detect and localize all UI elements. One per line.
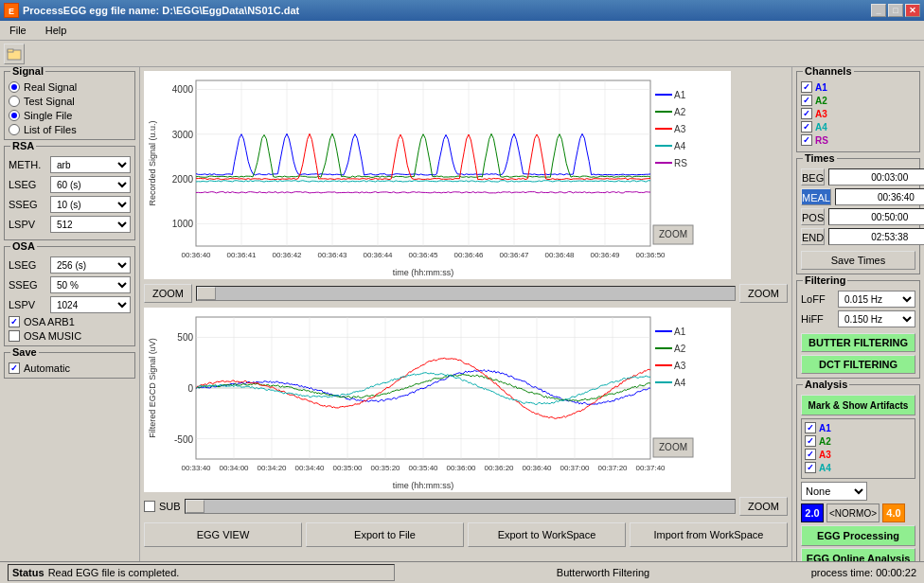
- osa-sseg-label: SSEG: [9, 279, 46, 291]
- osa-sseg-select[interactable]: 50 %: [50, 276, 131, 293]
- import-workspace-button[interactable]: Import from WorkSpace: [630, 522, 788, 547]
- menu-help[interactable]: Help: [40, 23, 73, 38]
- save-times-button[interactable]: Save Times: [801, 251, 915, 270]
- osa-music-indicator: [9, 330, 20, 342]
- dct-filtering-button[interactable]: DCT FILTERING: [801, 355, 915, 374]
- export-workspace-button[interactable]: Export to WorkSpace: [468, 522, 626, 547]
- channels-top-title: Channels: [803, 67, 854, 77]
- top-scrollbar[interactable]: [196, 286, 736, 301]
- save-group-title: Save: [10, 346, 39, 358]
- automatic-label: Automatic: [24, 362, 70, 374]
- loff-select[interactable]: 0.015 Hz: [838, 291, 915, 308]
- list-of-files-radio[interactable]: List of Files: [9, 124, 131, 135]
- open-button[interactable]: [4, 44, 25, 64]
- sseg-select[interactable]: 10 (s): [50, 196, 131, 213]
- ch-a1-bottom-check: [805, 422, 816, 433]
- rsa-group: RSA METH. arb LSEG 60 (s) SSEG 10 (s): [4, 146, 135, 240]
- osa-arb1-checkbox[interactable]: OSA ARB1: [9, 316, 131, 327]
- egg-online-button[interactable]: EGG Online Analysis: [801, 548, 915, 561]
- single-file-indicator: [9, 110, 20, 121]
- egg-processing-button[interactable]: EGG Processing: [801, 525, 915, 546]
- ch-a4-bottom-check: [805, 462, 816, 473]
- test-signal-label: Test Signal: [24, 96, 75, 107]
- bottom-scrollbar[interactable]: [185, 499, 736, 514]
- osa-group: OSA LSEG 256 (s) SSEG 50 % LSPV 1024: [4, 246, 135, 346]
- butter-filtering-button[interactable]: BUTTER FILTERING: [801, 333, 915, 352]
- top-chart: [144, 71, 731, 279]
- title-bar: E ProcessEGG egg file name: D:\EGG\EggDa…: [0, 0, 924, 21]
- ch-a3-top-check: [801, 108, 812, 119]
- lspv-label: LSPV: [9, 219, 46, 230]
- beg-row: BEG: [801, 168, 915, 186]
- loff-row: LoFF 0.015 Hz: [801, 291, 915, 308]
- normo-row: 2.0 <NORMO> 4.0: [801, 504, 915, 522]
- top-chart-container: [144, 71, 788, 279]
- beg-button[interactable]: BEG: [801, 168, 825, 186]
- export-file-button[interactable]: Export to File: [306, 522, 464, 547]
- beg-input[interactable]: [828, 168, 924, 186]
- lspv-select[interactable]: 512: [50, 216, 131, 233]
- osa-lseg-row: LSEG 256 (s): [9, 256, 131, 274]
- top-chart-controls: ZOOM ZOOM: [144, 283, 788, 304]
- automatic-checkbox[interactable]: Automatic: [9, 362, 131, 374]
- center-panel: ZOOM ZOOM SUB ZOOM EGG VIEW Export to Fi…: [140, 67, 791, 561]
- times-group: Times BEG MEAL POS END Save Times: [796, 158, 920, 274]
- osa-music-checkbox[interactable]: OSA MUSIC: [9, 330, 131, 342]
- ch-a2-top-label: A2: [815, 96, 827, 106]
- normo-low-value: 2.0: [801, 504, 824, 522]
- meal-button[interactable]: MEAL: [801, 188, 831, 205]
- channel-a4-top[interactable]: A4: [801, 121, 915, 132]
- maximize-button[interactable]: □: [888, 4, 903, 17]
- times-group-title: Times: [803, 152, 837, 164]
- osa-lspv-select[interactable]: 1024: [50, 296, 131, 313]
- ch-a1-top-check: [801, 81, 812, 93]
- save-group: Save Automatic: [4, 352, 135, 379]
- egg-view-button[interactable]: EGG VIEW: [144, 522, 302, 547]
- single-file-radio[interactable]: Single File: [9, 110, 131, 121]
- lspv-row: LSPV 512: [9, 216, 131, 233]
- bottom-scrollbar-thumb[interactable]: [186, 500, 204, 513]
- osa-lseg-label: LSEG: [9, 259, 46, 271]
- end-button[interactable]: END: [801, 228, 825, 245]
- hiff-row: HiFF 0.150 Hz: [801, 310, 915, 327]
- mark-artifacts-button[interactable]: Mark & Show Artifacts: [801, 395, 915, 415]
- top-scrollbar-thumb[interactable]: [197, 287, 216, 300]
- channel-a3-top[interactable]: A3: [801, 108, 915, 119]
- sub-checkbox[interactable]: [144, 501, 155, 512]
- zoom-top-right-button[interactable]: ZOOM: [739, 284, 788, 303]
- channel-a4-bottom[interactable]: A4: [805, 462, 912, 473]
- status-group: Status Read EGG file is completed.: [8, 564, 395, 581]
- single-file-label: Single File: [24, 110, 72, 121]
- pos-input[interactable]: [828, 208, 924, 225]
- menu-file[interactable]: File: [4, 23, 32, 38]
- meal-input[interactable]: [835, 188, 924, 205]
- zoom-bottom-button[interactable]: ZOOM: [739, 497, 788, 516]
- channel-a3-bottom[interactable]: A3: [805, 449, 912, 460]
- channel-a1-top[interactable]: A1: [801, 81, 915, 93]
- window-controls: _ □ ✕: [871, 4, 920, 17]
- osa-arb1-indicator: [9, 316, 20, 327]
- zoom-top-button[interactable]: ZOOM: [144, 284, 192, 303]
- channel-rs-top[interactable]: RS: [801, 134, 915, 146]
- filtering-group: Filtering LoFF 0.015 Hz HiFF 0.150 Hz BU…: [796, 280, 920, 379]
- none-select[interactable]: None: [801, 482, 867, 501]
- channel-a2-top[interactable]: A2: [801, 95, 915, 106]
- real-signal-radio[interactable]: Real Signal: [9, 81, 131, 93]
- osa-lseg-select[interactable]: 256 (s): [50, 256, 131, 274]
- left-panel: Signal Real Signal Test Signal Single Fi…: [0, 67, 140, 561]
- svg-rect-1: [8, 49, 13, 52]
- real-signal-label: Real Signal: [24, 81, 77, 93]
- hiff-select[interactable]: 0.150 Hz: [838, 310, 915, 327]
- minimize-button[interactable]: _: [871, 4, 886, 17]
- normo-high-value: 4.0: [882, 504, 905, 522]
- channel-a1-bottom[interactable]: A1: [805, 422, 912, 433]
- close-button[interactable]: ✕: [905, 4, 920, 17]
- pos-button[interactable]: POS: [801, 208, 825, 225]
- test-signal-radio[interactable]: Test Signal: [9, 96, 131, 107]
- rsa-group-title: RSA: [10, 140, 36, 151]
- osa-lspv-label: LSPV: [9, 299, 46, 310]
- end-input[interactable]: [828, 228, 924, 245]
- lseg-select[interactable]: 60 (s): [50, 176, 131, 193]
- meth-select[interactable]: arb: [50, 156, 131, 173]
- channel-a2-bottom[interactable]: A2: [805, 435, 912, 447]
